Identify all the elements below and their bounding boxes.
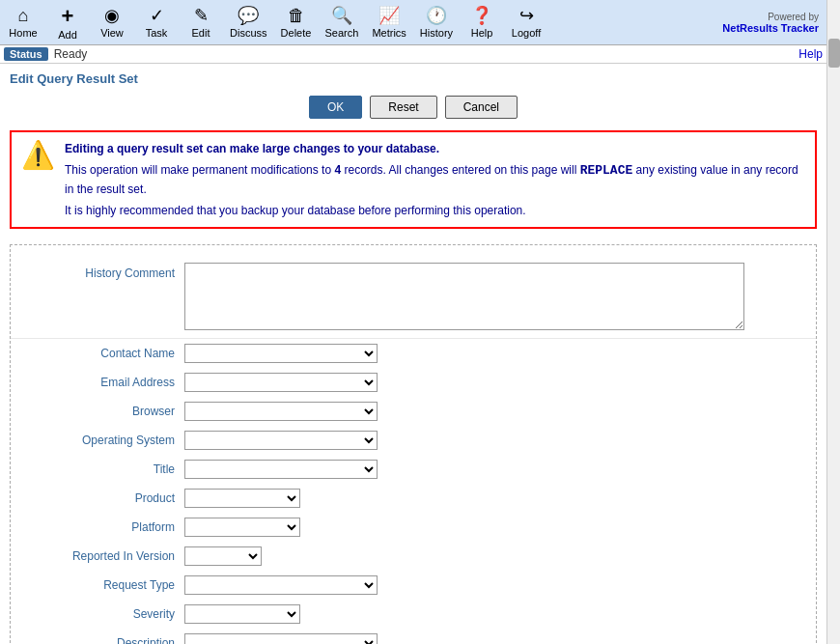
nav-label-history: History [420, 27, 453, 39]
search-icon: 🔍 [331, 6, 352, 27]
form-row-reported-in-version: Reported In Version [11, 542, 816, 571]
label-platform: Platform [20, 520, 184, 534]
reset-button[interactable]: Reset [370, 96, 436, 119]
nav-item-metrics[interactable]: 📈 Metrics [372, 6, 406, 39]
nav-item-task[interactable]: ✓ Task [141, 6, 172, 39]
history-comment-row: History Comment [11, 255, 816, 339]
warning-icon: ⚠️ [21, 142, 55, 169]
warning-replace-word: REPLACE [580, 163, 633, 178]
history-comment-label: History Comment [20, 263, 184, 280]
nav-item-add[interactable]: + Add [52, 4, 83, 41]
nav-label-discuss: Discuss [230, 27, 267, 39]
select-browser[interactable] [184, 402, 378, 421]
select-description[interactable] [184, 633, 378, 644]
form-row-operating-system: Operating System [11, 426, 816, 455]
form-row-platform: Platform [11, 513, 816, 542]
nav-label-edit: Edit [192, 27, 210, 39]
nav-item-home[interactable]: ⌂ Home [8, 6, 39, 39]
select-product[interactable] [184, 489, 300, 508]
nav-bar: ⌂ Home + Add ◉ View ✓ Task ✎ Edit 💬 Disc… [0, 0, 826, 45]
label-severity: Severity [20, 607, 184, 621]
nav-item-view[interactable]: ◉ View [97, 6, 127, 39]
ok-button[interactable]: OK [309, 96, 362, 119]
nav-item-edit[interactable]: ✎ Edit [185, 6, 216, 39]
task-icon: ✓ [150, 6, 164, 27]
form-row-product: Product [11, 484, 816, 513]
nav-label-search: Search [325, 27, 359, 39]
label-email-address: Email Address [20, 376, 184, 389]
warning-content: Editing a query result set can make larg… [65, 140, 805, 219]
label-title: Title [20, 462, 184, 476]
nav-label-help: Help [471, 27, 493, 39]
form-row-email-address: Email Address [11, 368, 816, 397]
warning-footer: It is highly recommended that you backup… [65, 202, 805, 219]
select-title[interactable] [184, 460, 378, 479]
home-icon: ⌂ [18, 6, 29, 27]
nav-item-search[interactable]: 🔍 Search [325, 6, 359, 39]
delete-icon: 🗑 [288, 6, 305, 27]
select-reported-in-version[interactable] [184, 546, 262, 566]
label-description: Description [20, 636, 184, 644]
discuss-icon: 💬 [238, 6, 259, 27]
select-severity[interactable] [184, 604, 300, 624]
label-contact-name: Contact Name [20, 347, 184, 360]
help-link[interactable]: Help [798, 47, 823, 61]
label-reported-in-version: Reported In Version [20, 549, 184, 563]
select-platform[interactable] [184, 518, 300, 537]
form-row-description: Description [11, 629, 816, 644]
nav-label-home: Home [9, 27, 37, 39]
nav-label-add: Add [58, 29, 77, 41]
warning-body: This operation will make permanent modif… [65, 161, 805, 198]
form-row-browser: Browser [11, 397, 816, 426]
nav-item-history[interactable]: 🕐 History [420, 6, 453, 39]
select-contact-name[interactable] [184, 344, 378, 363]
app-name-link[interactable]: NetResults Tracker [722, 22, 819, 34]
buttons-row: OK Reset Cancel [10, 96, 817, 119]
nav-item-help[interactable]: ❓ Help [466, 6, 497, 39]
brand: Powered by NetResults Tracker [722, 12, 819, 34]
nav-label-task: Task [146, 27, 168, 39]
warning-box: ⚠️ Editing a query result set can make l… [10, 130, 817, 229]
history-icon: 🕐 [426, 6, 447, 27]
warning-body-prefix: This operation will make permanent modif… [65, 163, 334, 177]
form-row-severity: Severity [11, 600, 816, 629]
label-request-type: Request Type [20, 578, 184, 592]
powered-by-text: Powered by [722, 12, 819, 22]
nav-label-metrics: Metrics [372, 27, 406, 39]
page-title: Edit Query Result Set [10, 71, 817, 86]
select-request-type[interactable] [184, 575, 378, 595]
help-icon: ❓ [471, 6, 492, 27]
status-label: Status [4, 47, 48, 61]
select-operating-system[interactable] [184, 431, 378, 450]
nav-label-delete: Delete [281, 27, 312, 39]
page-content: Edit Query Result Set OK Reset Cancel ⚠️… [0, 64, 826, 644]
logoff-icon: ↪ [519, 6, 534, 27]
form-row-contact-name: Contact Name [11, 339, 816, 368]
nav-item-logoff[interactable]: ↪ Logoff [511, 6, 542, 39]
add-icon: + [62, 4, 74, 29]
form-row-request-type: Request Type [11, 571, 816, 600]
nav-item-delete[interactable]: 🗑 Delete [281, 6, 312, 39]
metrics-icon: 📈 [378, 6, 400, 27]
form-row-title: Title [11, 455, 816, 484]
status-bar: Status Ready Help [0, 45, 826, 64]
label-operating-system: Operating System [20, 434, 184, 447]
edit-icon: ✎ [194, 6, 209, 27]
label-product: Product [20, 491, 184, 505]
view-icon: ◉ [104, 6, 120, 27]
form-area: History Comment Contact Name Email Addre… [10, 244, 817, 644]
warning-body-middle: records. All changes entered on this pag… [341, 163, 579, 177]
history-comment-textarea[interactable] [184, 263, 744, 330]
scrollbar[interactable] [826, 0, 840, 644]
status-value: Ready [54, 47, 88, 61]
select-email-address[interactable] [184, 373, 378, 392]
warning-title: Editing a query result set can make larg… [65, 140, 805, 157]
nav-label-view: View [100, 27, 124, 39]
nav-label-logoff: Logoff [512, 27, 541, 39]
cancel-button[interactable]: Cancel [445, 96, 518, 119]
nav-item-discuss[interactable]: 💬 Discuss [230, 6, 267, 39]
label-browser: Browser [20, 405, 184, 418]
